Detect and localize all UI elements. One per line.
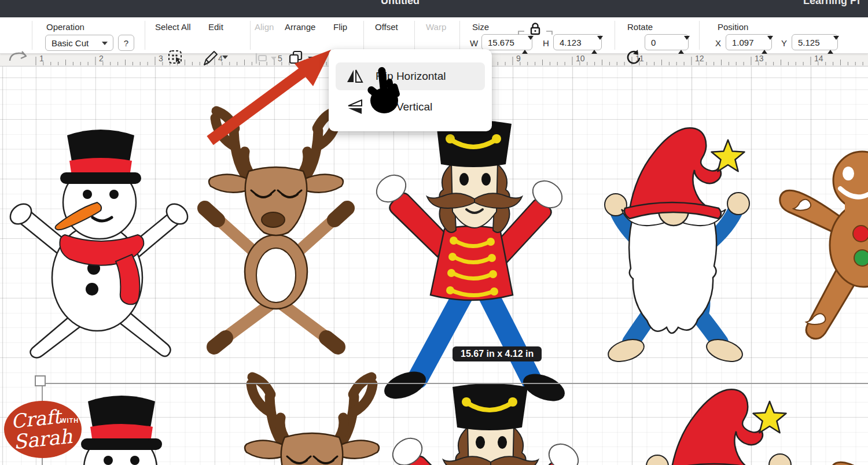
menu-item-flip-horizontal[interactable]: Flip Horizontal — [336, 62, 485, 90]
height-value: 4.123 — [560, 38, 582, 47]
ruler-number: 10 — [576, 54, 585, 63]
nutcracker-graphic[interactable] — [372, 120, 569, 407]
chevron-down-icon — [102, 42, 108, 45]
size-tooltip: 15.67 in x 4.12 in — [453, 346, 542, 361]
position-label: Position — [718, 22, 748, 32]
align-icon — [255, 52, 269, 65]
menu-item-label: Flip Horizontal — [376, 70, 446, 83]
edit-label: Edit — [208, 22, 223, 32]
titlebar-right-text: Learning Pl — [803, 0, 860, 7]
help-button[interactable]: ? — [118, 35, 134, 51]
position-y-value: 5.125 — [798, 38, 820, 47]
rotate-label: Rotate — [627, 22, 653, 32]
rotate-value: 0 — [651, 38, 656, 47]
ruler-number: 1 — [39, 54, 44, 63]
pencil-icon[interactable] — [201, 49, 219, 67]
craft-with-sarah-watermark: Craft with Sarah — [4, 401, 82, 458]
redo-arrow-icon[interactable] — [7, 47, 28, 64]
divider — [414, 21, 415, 50]
select-all-label: Select All — [155, 22, 191, 32]
ruler-number: 3 — [159, 54, 163, 63]
height-field-label: H — [543, 38, 549, 48]
selection-handle[interactable] — [35, 376, 45, 386]
ruler-number: 12 — [695, 54, 704, 63]
offset-label: Offset — [375, 22, 398, 32]
x-field-label: X — [715, 38, 721, 48]
divider — [615, 21, 615, 50]
width-stepper[interactable] — [522, 37, 528, 49]
size-label: Size — [472, 22, 489, 32]
rotate-input[interactable]: 0 — [645, 34, 689, 50]
ruler-number: 13 — [755, 54, 764, 63]
operation-selected-value: Basic Cut — [52, 38, 89, 48]
align-label: Align — [255, 22, 274, 32]
divider — [699, 21, 700, 50]
divider — [459, 21, 460, 50]
ruler-number: 5 — [278, 54, 282, 63]
edit-toolbar: Operation Basic Cut ? Select All Edit Al… — [0, 17, 868, 54]
operation-label: Operation — [46, 22, 84, 32]
snowman-graphic[interactable] — [6, 130, 192, 358]
arrange-label: Arrange — [285, 22, 315, 32]
ruler-number: 2 — [99, 54, 104, 63]
width-value: 15.675 — [488, 38, 514, 47]
height-input[interactable]: 4.123 — [553, 34, 602, 50]
flip-label: Flip — [333, 22, 347, 32]
arrange-caret-icon[interactable] — [308, 57, 314, 60]
flip-vertical-icon — [346, 99, 363, 115]
position-x-input[interactable]: 1.097 — [726, 34, 772, 50]
divider — [32, 21, 32, 50]
warp-label: Warp — [426, 22, 446, 32]
ruler-number: 9 — [516, 54, 521, 63]
lock-icon[interactable] — [517, 22, 553, 36]
reindeer-graphic-row2 — [241, 377, 383, 465]
edit-caret-icon[interactable] — [222, 56, 228, 59]
operation-select[interactable]: Basic Cut — [45, 35, 113, 51]
arrange-icon[interactable] — [288, 50, 303, 65]
position-y-stepper[interactable] — [827, 37, 834, 49]
ruler-number: 14 — [814, 54, 823, 63]
select-all-icon[interactable] — [168, 50, 183, 65]
y-field-label: Y — [781, 38, 787, 48]
divider — [145, 21, 145, 50]
titlebar: Untitled Learning Pl — [0, 0, 868, 17]
height-stepper[interactable] — [591, 37, 598, 49]
divider — [250, 21, 251, 50]
gingerbread-man-graphic-row2 — [831, 423, 868, 465]
width-input[interactable]: 15.675 — [481, 34, 532, 50]
position-x-value: 1.097 — [732, 38, 754, 47]
flip-dropdown-menu: Flip Horizontal Flip Vertical — [329, 49, 492, 131]
position-x-stepper[interactable] — [762, 37, 768, 49]
menu-item-flip-vertical[interactable]: Flip Vertical — [336, 93, 485, 121]
flip-horizontal-icon — [346, 69, 363, 84]
divider — [363, 21, 364, 50]
watermark-word-with: with — [60, 417, 79, 424]
gingerbread-man-graphic[interactable] — [780, 152, 868, 339]
menu-item-label: Flip Vertical — [376, 101, 432, 113]
document-title: Untitled — [381, 0, 420, 7]
align-caret-icon — [271, 57, 277, 60]
gnome-graphic[interactable] — [605, 128, 749, 366]
gnome-graphic-row2 — [646, 389, 791, 465]
reindeer-graphic[interactable] — [205, 111, 347, 347]
rotate-stepper[interactable] — [678, 37, 685, 49]
rotate-icon[interactable] — [625, 49, 641, 65]
width-field-label: W — [470, 38, 478, 48]
position-y-input[interactable]: 5.125 — [792, 34, 838, 50]
